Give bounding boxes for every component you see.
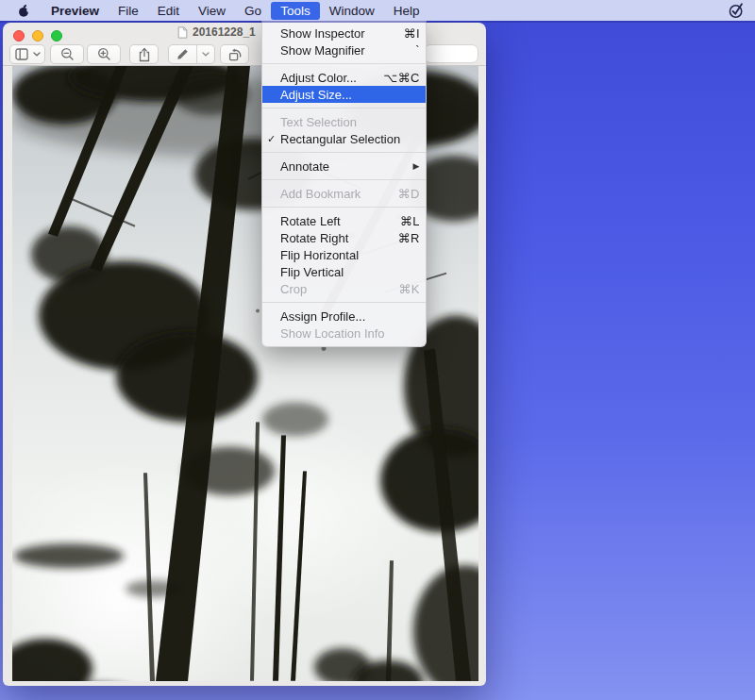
menu-separator [262,63,426,64]
menubar-status[interactable] [728,2,755,19]
chevron-down-icon [33,52,41,57]
markup-button[interactable] [169,45,196,63]
sidebar-toggle-button[interactable] [9,44,45,64]
menu-item-adjust-size[interactable]: Adjust Size... [262,86,426,103]
menu-item-label: Text Selection [280,115,412,129]
chevron-down-icon [202,52,210,57]
traffic-lights [13,30,62,42]
menubar-item-window[interactable]: Window [320,2,384,20]
apple-icon [17,4,30,18]
zoom-in-icon [97,47,111,61]
menu-item-label: Flip Vertical [280,265,412,279]
menu-item-label: Crop [280,282,391,296]
menu-item-label: Rotate Left [280,214,393,228]
document-icon [177,26,188,39]
markup-pen-icon [176,47,190,61]
menu-item-label: Adjust Color... [280,71,376,85]
rotate-button[interactable] [220,44,249,64]
markup-button-group [168,44,215,64]
menu-item-label: Assign Profile... [280,309,412,324]
share-button[interactable] [129,44,159,64]
menu-item-show-magnifier[interactable]: Show Magnifier` [262,42,426,58]
tools-dropdown-menu: Show Inspector⌘IShow Magnifier`Adjust Co… [261,21,427,347]
menu-item-text-selection: Text Selection [262,113,426,130]
menu-shortcut: ⌘K [398,282,420,296]
menu-separator [262,302,426,303]
menu-item-annotate[interactable]: Annotate▶ [262,158,426,175]
menu-item-label: Show Inspector [280,26,395,41]
checkmark-icon: ✓ [267,133,280,145]
menubar-item-preview[interactable]: Preview [42,2,109,20]
menu-separator [262,179,426,180]
menu-item-add-bookmark: Add Bookmark⌘D [262,185,426,202]
sidebar-icon [15,48,31,60]
rotate-icon [227,47,243,62]
menubar-item-go[interactable]: Go [235,2,271,20]
zoom-window-button[interactable] [51,30,62,42]
submenu-arrow-icon: ▶ [413,161,420,171]
menubar-item-view[interactable]: View [189,2,235,20]
menu-item-label: Add Bookmark [280,187,391,201]
menu-item-label: Annotate [280,159,406,174]
menu-item-label: Flip Horizontal [280,248,412,262]
menubar-item-file[interactable]: File [109,2,148,20]
menu-shortcut: ⌥⌘C [383,71,420,85]
menu-item-label: Adjust Size... [280,88,412,102]
menu-shortcut: ⌘I [403,26,420,41]
menu-item-rotate-left[interactable]: Rotate Left⌘L [262,212,426,229]
window-title: 20161228_1 [193,25,256,39]
close-button[interactable] [13,30,25,42]
menu-item-rotate-right[interactable]: Rotate Right⌘R [262,229,426,246]
menu-shortcut: ` [415,43,420,58]
share-icon [138,47,151,62]
menu-item-show-inspector[interactable]: Show Inspector⌘I [262,25,426,42]
window-title-group: 20161228_1 [177,25,256,39]
menu-item-flip-horizontal[interactable]: Flip Horizontal [262,246,426,263]
menu-item-adjust-color[interactable]: Adjust Color...⌥⌘C [262,69,426,86]
search-input[interactable] [424,44,478,63]
zoom-out-icon [60,47,75,61]
menu-item-flip-vertical[interactable]: Flip Vertical [262,263,426,280]
menu-separator [262,152,426,153]
menubar-item-tools[interactable]: Tools [271,2,320,20]
menu-bar: PreviewFileEditViewGoToolsWindowHelp [0,0,755,21]
menu-shortcut: ⌘R [398,231,420,245]
check-circle-icon [728,2,746,19]
markup-dropdown-button[interactable] [197,45,214,63]
menu-item-label: Rectangular Selection [280,132,412,146]
menu-item-rectangular-selection[interactable]: ✓Rectangular Selection [262,130,426,147]
menu-item-crop: Crop⌘K [262,280,426,297]
zoom-out-button[interactable] [50,44,84,64]
menu-item-label: Show Magnifier [280,43,408,58]
menu-separator [262,207,426,208]
menubar-item-edit[interactable]: Edit [148,2,189,20]
menu-shortcut: ⌘L [400,214,420,228]
menu-item-assign-profile[interactable]: Assign Profile... [262,308,426,325]
menu-item-label: Show Location Info [280,326,412,341]
menubar-item-help[interactable]: Help [384,2,429,20]
menu-separator [262,108,426,108]
menu-item-show-location-info: Show Location Info [262,325,426,342]
minimize-button[interactable] [32,30,43,42]
apple-menu[interactable] [0,4,42,18]
zoom-in-button[interactable] [87,44,121,64]
menu-item-label: Rotate Right [280,231,391,245]
menu-shortcut: ⌘D [398,187,420,201]
